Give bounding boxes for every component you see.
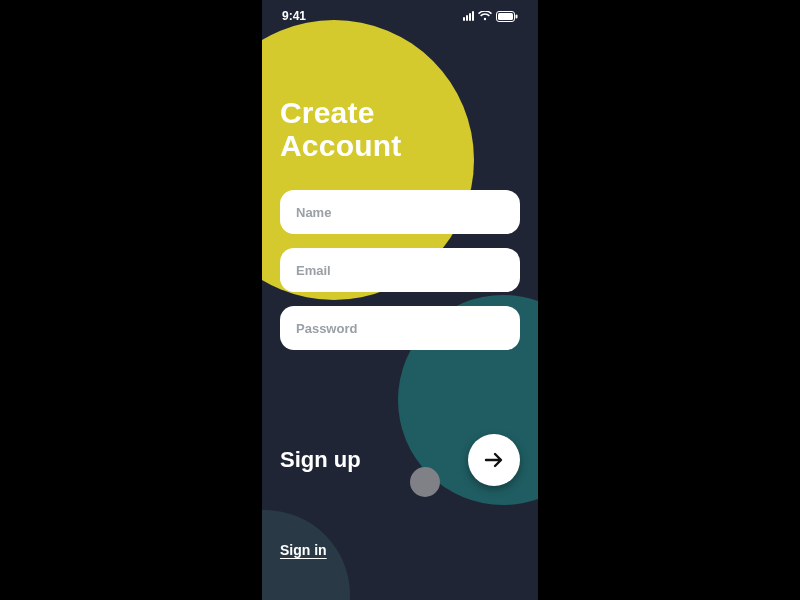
svg-rect-1 [498, 13, 513, 20]
title-line-1: Create [280, 96, 375, 129]
arrow-right-icon [482, 448, 506, 472]
signal-icon [463, 11, 474, 21]
page-title: Create Account [280, 96, 401, 162]
signup-button[interactable] [468, 434, 520, 486]
password-field[interactable] [280, 306, 520, 350]
name-field[interactable] [280, 190, 520, 234]
signup-label: Sign up [280, 447, 361, 473]
wifi-icon [478, 11, 492, 21]
phone-frame: 9:41 Create Account [262, 0, 538, 600]
status-bar: 9:41 [262, 6, 538, 26]
email-field[interactable] [280, 248, 520, 292]
battery-icon [496, 11, 518, 22]
title-line-2: Account [280, 129, 401, 162]
signup-form [280, 190, 520, 350]
svg-rect-2 [516, 14, 518, 18]
status-time: 9:41 [282, 9, 306, 23]
signin-link[interactable]: Sign in [280, 542, 327, 558]
